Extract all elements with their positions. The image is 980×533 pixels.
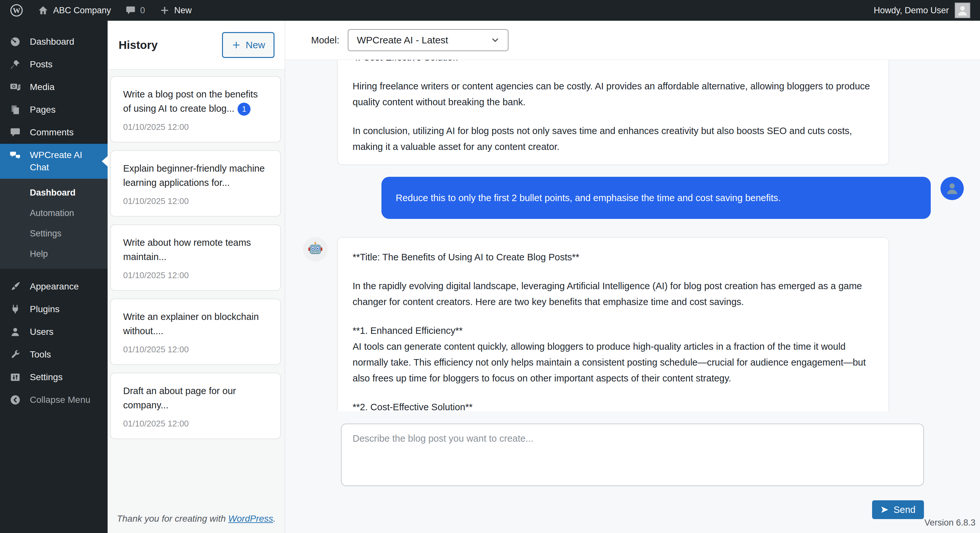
history-card[interactable]: Explain beginner-friendly machine learni… (110, 150, 281, 217)
assistant-message-row: **Title: The Benefits of Using AI to Cre… (285, 237, 980, 411)
history-card-timestamp: 01/10/2025 12:00 (123, 270, 268, 281)
admin-bar: W ABC Company 0 (0, 0, 980, 21)
history-card-title: Write a blog post on the benefits of usi… (123, 87, 268, 116)
pushpin-icon (9, 59, 21, 70)
new-content-menu[interactable]: New (159, 5, 192, 16)
sidebar-item-label: Collapse Menu (30, 395, 91, 405)
sidebar-item-label: Posts (30, 59, 52, 70)
history-card-title: Write an explainer on blockchain without… (123, 309, 268, 338)
chat-bubbles-icon (9, 150, 21, 162)
robot-avatar-icon (303, 237, 328, 262)
user-message-text: Reduce this to only the first 2 bullet p… (396, 193, 781, 203)
history-header: History New (108, 21, 285, 70)
sidebar-item-label: Plugins (30, 304, 60, 314)
pages-icon (9, 104, 21, 115)
message-paragraph: In conclusion, utilizing AI for blog pos… (353, 123, 874, 155)
submenu-item-automation[interactable]: Automation (30, 208, 108, 218)
plug-icon (9, 304, 21, 315)
version-label: Version 6.8.3 (924, 518, 975, 528)
sidebar-item-label: Users (30, 327, 54, 337)
model-label: Model: (311, 35, 339, 46)
plus-icon (159, 5, 170, 16)
send-label: Send (894, 504, 915, 515)
sidebar-item-label: Tools (30, 349, 51, 360)
chevron-down-icon (490, 35, 500, 45)
model-select-value: WPCreate AI - Latest (357, 35, 448, 46)
history-card-title: Draft an about page for our company... (123, 384, 268, 412)
user-avatar[interactable] (955, 3, 970, 18)
submenu-item-dashboard[interactable]: Dashboard (30, 188, 108, 198)
history-card[interactable]: Write an explainer on blockchain without… (110, 298, 281, 365)
admin-sidebar: Dashboard Posts Media (0, 21, 108, 533)
wrench-icon (9, 349, 21, 360)
collapse-menu-button[interactable]: Collapse Menu (0, 389, 108, 411)
chat-main: Model: WPCreate AI - Latest 4. Cost-Effe… (285, 21, 980, 533)
wordpress-logo-icon: W (10, 3, 23, 17)
submenu-item-settings[interactable]: Settings (30, 228, 108, 239)
message-paragraph: **2. Cost-Effective Solution** (353, 399, 874, 411)
assistant-message-card: **Title: The Benefits of Using AI to Cre… (337, 237, 889, 411)
sidebar-item-plugins[interactable]: Plugins (0, 298, 108, 320)
chat-input[interactable] (341, 424, 924, 486)
message-paragraph: 4. Cost-Effective Solution (353, 60, 874, 65)
comments-count: 0 (140, 5, 145, 16)
wordpress-logo-menu[interactable]: W (10, 3, 23, 17)
chat-messages[interactable]: 4. Cost-Effective SolutionHiring freelan… (285, 60, 980, 411)
history-title: History (119, 38, 158, 51)
sidebar-item-wpcreate-ai-chat[interactable]: WPCreate AI Chat (0, 144, 108, 179)
current-menu-arrow (102, 156, 108, 167)
sidebar-item-appearance[interactable]: Appearance (0, 275, 108, 298)
history-panel: History New Write a blog post on the ben… (108, 21, 285, 533)
user-message-bubble: Reduce this to only the first 2 bullet p… (382, 177, 931, 219)
sidebar-item-label: Dashboard (30, 36, 74, 47)
comments-indicator[interactable]: 0 (126, 5, 145, 16)
unread-badge: 1 (237, 103, 250, 116)
wordpress-link[interactable]: WordPress (228, 514, 273, 523)
new-label: New (174, 5, 192, 16)
message-paragraph: **1. Enhanced Efficiency** AI tools can … (353, 323, 874, 386)
sidebar-item-dashboard[interactable]: Dashboard (0, 30, 108, 53)
send-arrow-icon (880, 506, 889, 514)
sidebar-item-tools[interactable]: Tools (0, 343, 108, 366)
assistant-message-clipped: 4. Cost-Effective SolutionHiring freelan… (337, 60, 889, 165)
sidebar-item-label: Appearance (30, 281, 79, 292)
new-chat-label: New (246, 40, 265, 51)
wordpress-thanks-footer: Thank you for creating with WordPress. (108, 514, 285, 533)
message-paragraph: Hiring freelance writers or content agen… (353, 78, 874, 110)
sidebar-item-label: WPCreate AI Chat (30, 149, 88, 174)
history-card-timestamp: 01/10/2025 12:00 (123, 196, 268, 206)
model-select[interactable]: WPCreate AI - Latest (348, 29, 509, 51)
sidebar-item-label: Pages (30, 105, 56, 115)
howdy-user-link[interactable]: Howdy, Demo User (874, 5, 949, 16)
history-card[interactable]: Write about how remote teams maintain...… (110, 224, 281, 291)
message-paragraph: In the rapidly evolving digital landscap… (353, 278, 874, 310)
collapse-arrow-icon (9, 394, 21, 405)
history-card[interactable]: Draft an about page for our company... 0… (110, 373, 281, 439)
submenu-item-help[interactable]: Help (30, 249, 108, 259)
send-button[interactable]: Send (872, 500, 924, 519)
sidebar-item-media[interactable]: Media (0, 76, 108, 98)
sliders-icon (9, 372, 21, 383)
site-name-link[interactable]: ABC Company (38, 5, 111, 16)
new-chat-button[interactable]: New (222, 32, 275, 58)
sidebar-item-posts[interactable]: Posts (0, 53, 108, 76)
sidebar-item-comments[interactable]: Comments (0, 121, 108, 144)
history-list: Write a blog post on the benefits of usi… (108, 70, 285, 447)
wpcreate-submenu: Dashboard Automation Settings Help (0, 179, 108, 269)
site-name: ABC Company (53, 5, 111, 16)
person-icon (9, 327, 21, 338)
sidebar-item-users[interactable]: Users (0, 320, 108, 343)
sidebar-item-settings[interactable]: Settings (0, 366, 108, 389)
chat-input-area: Send Version 6.8.3 (285, 411, 980, 533)
sidebar-item-pages[interactable]: Pages (0, 98, 108, 121)
history-card-timestamp: 01/10/2025 12:00 (123, 122, 268, 132)
comment-icon (9, 127, 21, 138)
paintbrush-icon (9, 281, 21, 292)
plus-icon (231, 40, 241, 50)
history-card[interactable]: Write a blog post on the benefits of usi… (110, 76, 281, 143)
message-paragraph: **Title: The Benefits of Using AI to Cre… (353, 249, 874, 265)
home-icon (38, 5, 49, 16)
history-card-timestamp: 01/10/2025 12:00 (123, 419, 268, 429)
dashboard-gauge-icon (9, 36, 21, 48)
model-bar: Model: WPCreate AI - Latest (285, 21, 980, 60)
